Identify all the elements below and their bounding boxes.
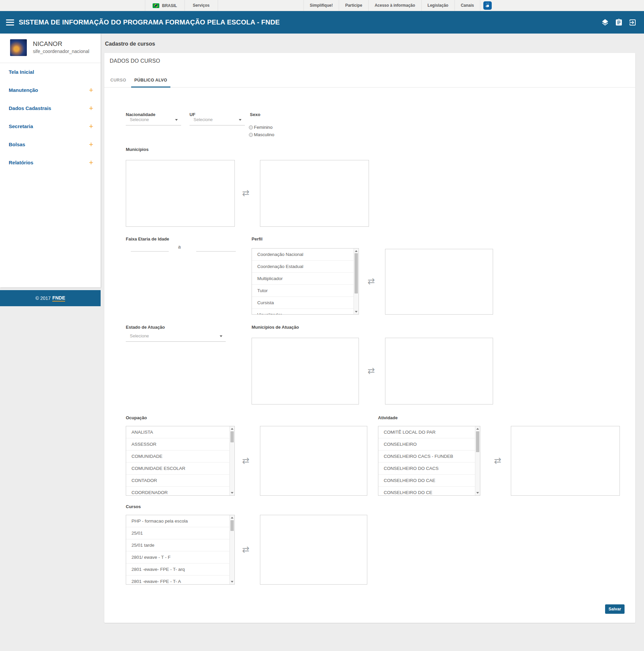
expand-plus-icon[interactable]: +	[89, 81, 93, 99]
radio-feminino[interactable]	[249, 125, 253, 129]
curso-option[interactable]: 25/01	[126, 527, 229, 539]
sidebar-item-relatorios[interactable]: Relatórios +	[0, 154, 101, 172]
municipios-selected-listbox[interactable]	[260, 160, 369, 227]
curso-option[interactable]: 2801 -ewave- FPE - T- arq	[126, 563, 229, 576]
atividade-option[interactable]: CONSELHEIRO DO CE	[378, 487, 475, 496]
scrollbar-thumb[interactable]	[231, 431, 234, 442]
perfil-option[interactable]: Multiplicador	[252, 273, 354, 285]
sexo-label: Sexo	[250, 112, 260, 117]
clipboard-icon[interactable]	[615, 19, 623, 27]
nacionalidade-select[interactable]: Selecione	[126, 114, 181, 125]
sidebar-item-tela-inicial[interactable]: Tela Inicial	[0, 63, 101, 81]
scrollbar-thumb[interactable]	[231, 520, 234, 531]
tab-publico-alvo[interactable]: PÚBLICO ALVO	[131, 73, 171, 88]
govbar-link[interactable]: Canais	[455, 0, 480, 11]
app-title: SISTEMA DE INFORMAÇÃO DO PROGRAMA FORMAÇ…	[19, 19, 280, 26]
atividade-option[interactable]: CONSELHEIRO CACS - FUNDEB	[378, 451, 475, 463]
logout-icon[interactable]	[628, 19, 637, 27]
ocupacao-option[interactable]: COMUNIDADE ESCOLAR	[126, 463, 229, 474]
atividade-option[interactable]: CONSELHEIRO DO CAE	[378, 474, 475, 487]
ocupacao-option[interactable]: ASSESSOR	[126, 438, 229, 451]
layers-icon[interactable]	[601, 19, 609, 27]
perfil-option[interactable]: Tutor	[252, 285, 354, 297]
municipios-atuacao-available-listbox[interactable]	[251, 338, 359, 404]
scrollbar[interactable]	[229, 515, 235, 584]
atividade-option[interactable]: COMITÊ LOCAL DO PAR	[378, 426, 475, 438]
ocupacao-available-listbox[interactable]: ANALISTAASSESSORCOMUNIDADECOMUNIDADE ESC…	[126, 426, 235, 496]
perfil-available-listbox[interactable]: Coordenação NacionalCoordenação Estadual…	[251, 248, 359, 315]
sidebar-item-bolsas[interactable]: Bolsas +	[0, 135, 101, 154]
tab-bar: CURSO PÚBLICO ALVO	[104, 73, 635, 88]
sidebar-item-dados-cadastrais[interactable]: Dados Cadastrais +	[0, 99, 101, 117]
sidebar-nav: Tela Inicial Manutenção + Dados Cadastra…	[0, 63, 101, 172]
scroll-down-icon[interactable]	[230, 491, 235, 495]
scrollbar-thumb[interactable]	[355, 253, 358, 293]
municipios-atuacao-selected-listbox[interactable]	[385, 338, 493, 404]
perfil-option[interactable]: Coordenação Estadual	[252, 260, 354, 273]
perfil-option[interactable]: Cursista	[252, 297, 354, 309]
transfer-arrows-icon: ⇄	[368, 276, 375, 286]
atividade-available-listbox[interactable]: COMITÊ LOCAL DO PARCONSELHEIROCONSELHEIR…	[378, 426, 480, 496]
sexo-feminino-option: Feminino	[249, 125, 289, 131]
scrollbar[interactable]	[229, 426, 235, 495]
scrollbar-thumb[interactable]	[476, 431, 479, 452]
perfil-selected-listbox[interactable]	[385, 249, 493, 315]
radio-masculino[interactable]	[249, 133, 253, 137]
scrollbar[interactable]	[354, 249, 359, 314]
fnde-link[interactable]: FNDE	[52, 295, 65, 302]
atividade-selected-listbox[interactable]	[511, 426, 620, 496]
page: BRASIL Serviços Simplifique!ParticipeAce…	[0, 0, 644, 651]
estado-atuacao-select[interactable]: Selecione	[126, 330, 226, 342]
scrollbar[interactable]	[475, 426, 480, 495]
curso-option[interactable]: 2801 -ewave- FPE - T- A	[126, 576, 229, 585]
scroll-up-icon[interactable]	[230, 426, 235, 431]
govbar-link[interactable]: Acesso à informação	[368, 0, 421, 11]
brasil-link[interactable]: BRASIL	[145, 0, 185, 11]
municipios-available-listbox[interactable]	[126, 160, 235, 227]
faixa-etaria-separator: a	[178, 244, 181, 250]
curso-option[interactable]: PHP - formacao pela escola	[126, 515, 229, 527]
expand-plus-icon[interactable]: +	[89, 135, 93, 154]
scroll-down-icon[interactable]	[354, 310, 359, 314]
menu-icon[interactable]	[6, 20, 14, 26]
sexo-masculino-option: Masculino	[249, 132, 289, 138]
faixa-etaria-to-input[interactable]	[196, 242, 236, 252]
scroll-down-icon[interactable]	[230, 580, 235, 584]
save-button[interactable]: Salvar	[605, 604, 624, 614]
tab-curso[interactable]: CURSO	[107, 73, 129, 88]
ocupacao-option[interactable]: CONTADOR	[126, 474, 229, 487]
perfil-option[interactable]: Coordenação Nacional	[252, 249, 354, 260]
perfil-option[interactable]: Visualizador	[252, 309, 354, 315]
sidebar-item-manutencao[interactable]: Manutenção +	[0, 81, 101, 99]
cursos-selected-listbox[interactable]	[260, 515, 367, 585]
uf-select[interactable]: Selecione	[189, 114, 245, 125]
cursos-label: Cursos	[126, 504, 141, 509]
cursos-available-listbox[interactable]: PHP - formacao pela escola25/0125/01 tar…	[126, 515, 235, 585]
servicos-link[interactable]: Serviços	[185, 0, 218, 11]
app-header: SISTEMA DE INFORMAÇÃO DO PROGRAMA FORMAÇ…	[0, 11, 644, 34]
expand-plus-icon[interactable]: +	[89, 154, 93, 172]
ocupacao-selected-listbox[interactable]	[260, 426, 367, 496]
scroll-up-icon[interactable]	[230, 515, 235, 520]
scroll-down-icon[interactable]	[475, 491, 480, 495]
page-title: Cadastro de cursos	[105, 41, 155, 47]
curso-option[interactable]: 25/01 tarde	[126, 539, 229, 551]
atividade-option[interactable]: CONSELHEIRO DO CACS	[378, 463, 475, 474]
curso-option[interactable]: 2801/ ewave - T - F	[126, 551, 229, 563]
sidebar-item-secretaria[interactable]: Secretaria +	[0, 117, 101, 135]
govbar-link[interactable]: Legislação	[421, 0, 455, 11]
govbar-left-group: BRASIL Serviços	[145, 0, 218, 11]
govbar-link[interactable]: Simplifique!	[304, 0, 339, 11]
vlibras-accessibility-button[interactable]	[483, 1, 492, 10]
ocupacao-option[interactable]: ANALISTA	[126, 426, 229, 438]
expand-plus-icon[interactable]: +	[89, 117, 93, 135]
sidebar-item-label: Secretaria	[9, 123, 33, 129]
faixa-etaria-from-input[interactable]	[131, 242, 169, 252]
expand-plus-icon[interactable]: +	[89, 99, 93, 117]
atividade-option[interactable]: CONSELHEIRO	[378, 438, 475, 451]
scroll-up-icon[interactable]	[354, 249, 359, 253]
ocupacao-option[interactable]: COORDENADOR	[126, 487, 229, 496]
govbar-link[interactable]: Participe	[339, 0, 368, 11]
ocupacao-option[interactable]: COMUNIDADE	[126, 451, 229, 463]
scroll-up-icon[interactable]	[475, 426, 480, 431]
